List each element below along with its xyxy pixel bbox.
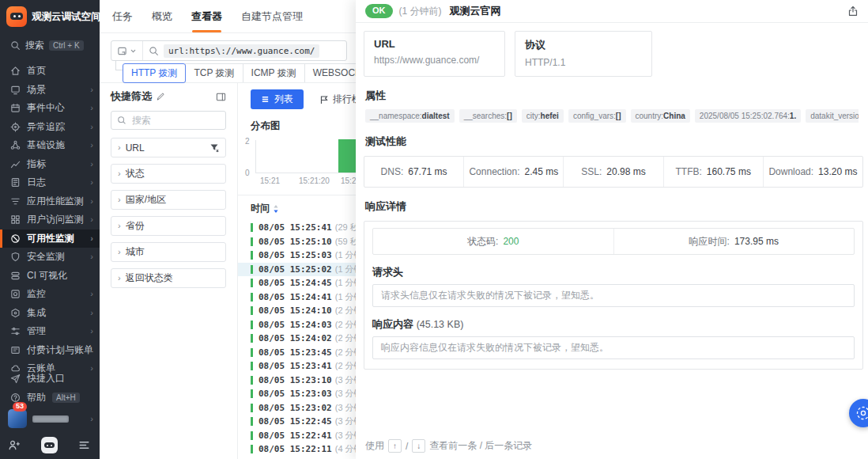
status-mark [251, 279, 253, 287]
chevron-right-icon: › [118, 169, 121, 178]
sidebar-item-management[interactable]: 管理› [0, 322, 100, 341]
sidebar-item-billing[interactable]: 付费计划与账单 [0, 341, 100, 360]
filter-search-box[interactable] [111, 111, 226, 130]
sidebar-item-event-center[interactable]: 事件中心› [0, 99, 100, 118]
scene-icon [9, 84, 21, 95]
sidebar-item-infrastructure[interactable]: 基础设施› [0, 136, 100, 155]
x-tick: 15:21 [260, 176, 280, 185]
list-icon [261, 95, 270, 104]
view-list-button[interactable]: 列表 [251, 89, 304, 109]
chevron-right-icon: › [90, 290, 93, 298]
tab-icmp[interactable]: ICMP 拨测 [243, 63, 305, 83]
sidebar-item-availability[interactable]: 可用性监测› [0, 230, 100, 248]
row-timestamp: 08/05 15:24:41 [259, 292, 332, 302]
home-icon [9, 66, 21, 77]
performance-metrics: DNS:67.71 ms Connection:2.45 ms SSL:20.9… [364, 156, 863, 188]
record-navigation-hint: 使用 ↑ / ↓ 查看前一条 / 后一条记录 [365, 439, 532, 453]
sidebar-item-metrics[interactable]: 指标› [0, 155, 100, 174]
settings-fab[interactable] [849, 399, 868, 427]
x-tick: 15:21:20 [299, 176, 330, 185]
sidebar-item-rum[interactable]: 用户访问监测› [0, 211, 100, 230]
sidebar-item-error-tracking[interactable]: 异常追踪› [0, 118, 100, 137]
tab-tcp[interactable]: TCP 拨测 [185, 63, 243, 83]
tab-http[interactable]: HTTP 拨测 [123, 63, 186, 83]
sidebar: 观测云调试空间 搜索 Ctrl + K 首页 场景› 事件中心› 异常追踪› 基… [0, 0, 100, 459]
paper-plane-icon [9, 374, 21, 385]
collapse-panel-icon[interactable] [216, 92, 226, 102]
attribute-tag[interactable]: __namespace:dialtest [365, 109, 455, 123]
chevron-right-icon: › [90, 160, 93, 169]
time-column-header[interactable]: 时间 [251, 202, 270, 215]
attribute-tag[interactable]: country:China [631, 109, 690, 123]
help-shortcut-badge: Alt+H [52, 393, 80, 403]
attribute-tag[interactable]: config_vars:[] [568, 109, 626, 123]
filter-return-status[interactable]: ›返回状态类 [111, 268, 226, 288]
filter-province[interactable]: ›省份 [111, 216, 226, 236]
search-query-token[interactable]: url:https\://www.guance.com/ [164, 44, 319, 58]
sidebar-footer: 快捷入口 帮助Alt+H 53 › [0, 370, 100, 455]
quick-filter-title: 快捷筛选 [111, 89, 152, 104]
nodes-icon [9, 140, 21, 151]
chevron-right-icon: › [90, 197, 93, 206]
sidebar-item-ci[interactable]: CI 可视化 [0, 267, 100, 286]
filter-url[interactable]: ›URL [111, 138, 226, 157]
status-mark [251, 251, 253, 260]
attribute-tag[interactable]: 2025/08/05 15:25:02.764:1. [695, 109, 801, 123]
invite-user-icon[interactable] [8, 439, 20, 451]
export-icon[interactable] [847, 6, 859, 17]
search-icon [149, 46, 159, 56]
collapse-menu-icon[interactable] [78, 439, 90, 451]
metric-ssl: SSL:20.98 ms [563, 157, 662, 187]
quick-entry[interactable]: 快捷入口 [0, 370, 100, 389]
monitor-icon [9, 289, 21, 300]
gear-icon [855, 404, 868, 422]
status-mark [251, 404, 253, 412]
user-account[interactable]: 53 › [0, 407, 100, 431]
nav-self-node-management[interactable]: 自建节点管理 [241, 0, 303, 32]
workspace-logo[interactable]: 观测云调试空间 [0, 0, 100, 32]
sidebar-item-apm[interactable]: 应用性能监测› [0, 192, 100, 211]
chevron-right-icon: › [90, 414, 93, 423]
attribute-tag[interactable]: __searches:[] [459, 109, 517, 123]
search-icon [117, 116, 126, 125]
saved-views-dropdown[interactable] [111, 41, 143, 60]
filter-country[interactable]: ›国家/地区 [111, 190, 226, 210]
edit-pencil-icon[interactable] [156, 92, 165, 101]
query-search-bar[interactable]: url:https\://www.guance.com/ [111, 40, 347, 61]
document-icon [9, 177, 21, 188]
sidebar-item-monitors[interactable]: 监控› [0, 285, 100, 304]
filter-search-input[interactable] [130, 114, 213, 127]
hexagon-icon [9, 307, 21, 318]
sidebar-item-integrations[interactable]: 集成› [0, 304, 100, 323]
sidebar-item-security[interactable]: 安全监测› [0, 248, 100, 267]
chevron-right-icon: › [90, 327, 93, 336]
filter-city[interactable]: ›城市 [111, 242, 226, 262]
sidebar-search[interactable]: 搜索 Ctrl + K [0, 32, 100, 58]
sidebar-item-home[interactable]: 首页 [0, 62, 100, 81]
chevron-right-icon: › [90, 104, 93, 112]
row-timestamp: 08/05 15:23:10 [259, 375, 332, 385]
metric-dns: DNS:67.71 ms [364, 157, 463, 187]
status-mark [251, 348, 253, 357]
filter-status[interactable]: ›状态 [111, 164, 226, 184]
metric-ttfb: TTFB:160.75 ms [663, 157, 763, 187]
chevron-right-icon: › [118, 248, 121, 256]
sidebar-item-scenes[interactable]: 场景› [0, 81, 100, 100]
funnel-clear-icon[interactable] [209, 143, 219, 153]
sidebar-item-logs[interactable]: 日志› [0, 173, 100, 192]
chevron-right-icon: › [118, 274, 121, 283]
nav-explorer[interactable]: 查看器 [191, 0, 222, 32]
nav-overview[interactable]: 概览 [152, 0, 172, 32]
notification-badge: 53 [13, 402, 27, 412]
response-body-size: (45.13 KB) [417, 319, 464, 330]
sort-icon[interactable] [273, 204, 279, 214]
row-timestamp: 08/05 15:23:03 [259, 389, 332, 399]
attribute-tags: __namespace:dialtest __searches:[] city:… [365, 109, 859, 123]
nav-tasks[interactable]: 任务 [112, 0, 133, 32]
assistant-mascot-icon[interactable] [41, 437, 58, 453]
username-redacted [32, 415, 69, 423]
sidebar-search-label: 搜索 [25, 39, 44, 52]
attribute-tag[interactable]: datakit_version:1.73.0 [806, 109, 859, 123]
attribute-tag[interactable]: city:hefei [522, 109, 564, 123]
status-mark [251, 321, 253, 329]
